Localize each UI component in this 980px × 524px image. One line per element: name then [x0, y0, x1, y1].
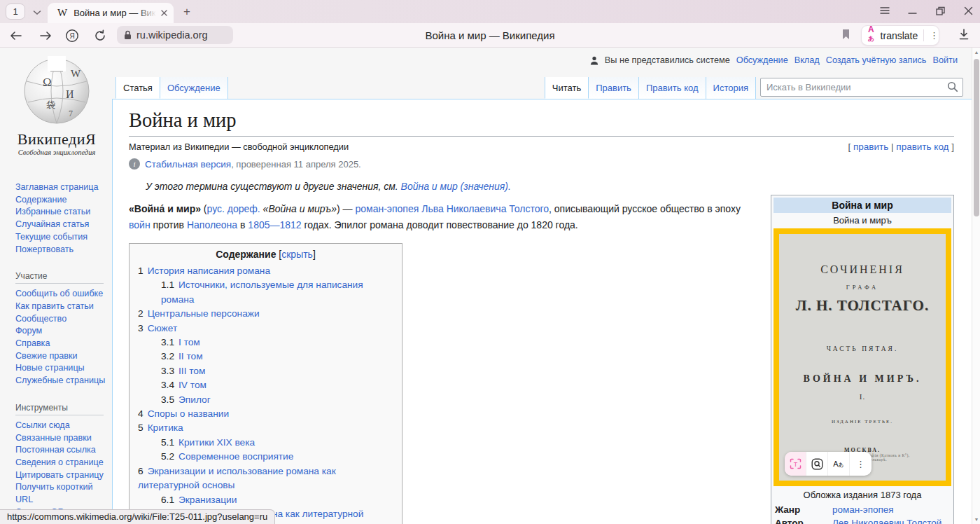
- toc-link[interactable]: Экранизации: [178, 495, 237, 505]
- toc-link[interactable]: История написания романа: [148, 266, 270, 276]
- toc-link[interactable]: Экранизации и использование романа как л…: [138, 466, 336, 490]
- toc-item: 4Споры о названии: [138, 407, 393, 421]
- personal-link[interactable]: Создать учётную запись: [826, 55, 927, 65]
- sidebar-link[interactable]: Случайная статья: [15, 219, 106, 231]
- svg-text:W: W: [71, 68, 81, 79]
- lock-icon: [124, 30, 132, 40]
- wikipedia-logo[interactable]: W Ω И 袋 7 ВикипедиЯ Свободная энциклопед…: [7, 55, 106, 156]
- page-scrollbar[interactable]: ▲ ▼: [972, 48, 980, 524]
- sidebar-link[interactable]: Заглавная страница: [15, 181, 106, 194]
- edit-source-link[interactable]: править код: [896, 142, 948, 152]
- sidebar-link[interactable]: Получить короткий URL: [15, 481, 106, 506]
- toc-number: 1: [138, 266, 144, 276]
- bookmark-icon: [841, 29, 850, 40]
- chevron-down-icon: [33, 10, 41, 15]
- infobox-value-link[interactable]: Лев Николаевич Толстой: [832, 518, 941, 524]
- sidebar-link[interactable]: Сведения о странице: [15, 457, 106, 469]
- search-input[interactable]: [760, 78, 963, 97]
- restore-icon[interactable]: [936, 6, 945, 18]
- toc-link[interactable]: Критики XIX века: [178, 437, 255, 448]
- toc-number: 5.2: [161, 451, 174, 462]
- toc-link[interactable]: Источники, используемые для написания ро…: [161, 280, 363, 304]
- user-icon: [590, 56, 598, 65]
- toc-link[interactable]: Сюжет: [148, 323, 178, 333]
- yandex-button[interactable]: Я: [64, 28, 80, 43]
- translate-button[interactable]: Aあ translate ⋮: [861, 25, 939, 46]
- toc-link[interactable]: I том: [178, 337, 200, 347]
- toc-hide-link[interactable]: скрыть: [281, 249, 313, 260]
- close-window-icon[interactable]: [964, 6, 973, 18]
- new-tab-button[interactable]: +: [179, 4, 195, 20]
- forward-button[interactable]: [38, 28, 53, 43]
- sidebar-link[interactable]: Пожертвовать: [15, 244, 106, 256]
- wikipedia-wordmark: ВикипедиЯ: [7, 130, 106, 149]
- browser-menu-icon[interactable]: [880, 6, 889, 17]
- toc-link[interactable]: Эпилог: [178, 394, 211, 405]
- sidebar-link[interactable]: Справка: [15, 338, 106, 350]
- back-button[interactable]: [8, 28, 24, 43]
- search-by-image-button[interactable]: [806, 452, 828, 476]
- toc-item: 2Центральные персонажи: [138, 307, 393, 321]
- sidebar-link[interactable]: Служебные страницы: [15, 375, 106, 387]
- article-tab[interactable]: История: [706, 77, 756, 99]
- toc-number: 3.1: [161, 337, 174, 347]
- sidebar-link[interactable]: Форум: [15, 325, 106, 338]
- tab-list-chevron-button[interactable]: [31, 6, 43, 18]
- sidebar-link[interactable]: Сообщить об ошибке: [15, 288, 106, 301]
- article-tab[interactable]: Править: [589, 77, 639, 99]
- toc-link[interactable]: Современное восприятие: [178, 451, 293, 462]
- personal-link[interactable]: Вклад: [794, 55, 820, 65]
- search-icon[interactable]: [947, 81, 958, 95]
- sidebar-link[interactable]: Текущие события: [15, 231, 106, 244]
- personal-link[interactable]: Войти: [932, 55, 958, 65]
- tab-counter-button[interactable]: 1: [6, 4, 25, 20]
- sidebar-group-title: Инструменты: [15, 403, 104, 415]
- tab-close-button[interactable]: [160, 8, 168, 18]
- reload-button[interactable]: [92, 28, 108, 43]
- sidebar-link[interactable]: Новые страницы: [15, 362, 106, 375]
- toc-link[interactable]: III том: [178, 366, 205, 376]
- image-more-button[interactable]: ⋮: [850, 452, 872, 476]
- book-cover-line: ИЗДАНІЕ ТРЕТЬЕ.: [779, 419, 946, 425]
- sidebar-link[interactable]: Как править статьи: [15, 301, 106, 313]
- toc-link[interactable]: II том: [178, 351, 203, 361]
- bookmark-button[interactable]: [839, 28, 853, 42]
- scroll-down-icon[interactable]: ▼: [972, 515, 980, 524]
- toc-link[interactable]: Критика: [148, 422, 183, 433]
- translate-image-button[interactable]: Aあ: [828, 452, 850, 476]
- svg-text:И: И: [66, 88, 74, 100]
- stable-version-link[interactable]: Стабильная версия: [145, 159, 231, 170]
- book-cover-image[interactable]: СОЧИНЕНІЯГРАФАЛ. Н. ТОЛСТАГО.ЧАСТЬ ПЯТАЯ…: [774, 228, 951, 486]
- article-tab[interactable]: Статья: [115, 77, 160, 99]
- article-tab[interactable]: Править код: [639, 77, 706, 99]
- sidebar-link[interactable]: Ссылки сюда: [15, 420, 106, 432]
- sidebar-link[interactable]: Содержание: [15, 194, 106, 207]
- sidebar-link[interactable]: Цитировать страницу: [15, 469, 106, 482]
- toc-item: 3.1I том: [138, 336, 393, 350]
- browser-tab[interactable]: W Война и мир — Википе: [48, 3, 174, 23]
- toc-link[interactable]: Споры о названии: [148, 408, 229, 419]
- translate-more-dots-icon[interactable]: ⋮: [930, 30, 939, 41]
- sidebar-link[interactable]: Сообщество: [15, 313, 106, 326]
- personal-link[interactable]: Обсуждение: [736, 55, 788, 65]
- toc-link[interactable]: Центральные персонажи: [148, 308, 260, 319]
- toc-link[interactable]: IV том: [178, 380, 206, 390]
- hatnote-link[interactable]: Война и мир (значения).: [401, 181, 511, 192]
- edit-link[interactable]: править: [853, 142, 888, 152]
- sidebar-link[interactable]: Избранные статьи: [15, 206, 106, 219]
- article-tab[interactable]: Обсуждение: [160, 77, 228, 99]
- minimize-icon[interactable]: [908, 6, 917, 17]
- info-icon: i: [129, 158, 140, 170]
- status-url-bar: https://commons.wikimedia.org/wiki/File:…: [0, 509, 275, 524]
- sidebar-link[interactable]: Постоянная ссылка: [15, 444, 106, 457]
- book-cover-line: ЧАСТЬ ПЯТАЯ.: [779, 345, 946, 352]
- scrollbar-thumb[interactable]: [974, 59, 979, 216]
- infobox-value-link[interactable]: роман-эпопея: [832, 504, 894, 515]
- downloads-button[interactable]: [956, 28, 972, 43]
- sidebar-link[interactable]: Связанные правки: [15, 432, 106, 445]
- ocr-text-recognition-button[interactable]: T: [785, 452, 806, 476]
- sidebar-link[interactable]: Свежие правки: [15, 350, 106, 363]
- address-bar[interactable]: ru.wikipedia.org: [117, 26, 233, 44]
- scroll-up-icon[interactable]: ▲: [972, 48, 980, 57]
- article-tab[interactable]: Читать: [545, 77, 589, 99]
